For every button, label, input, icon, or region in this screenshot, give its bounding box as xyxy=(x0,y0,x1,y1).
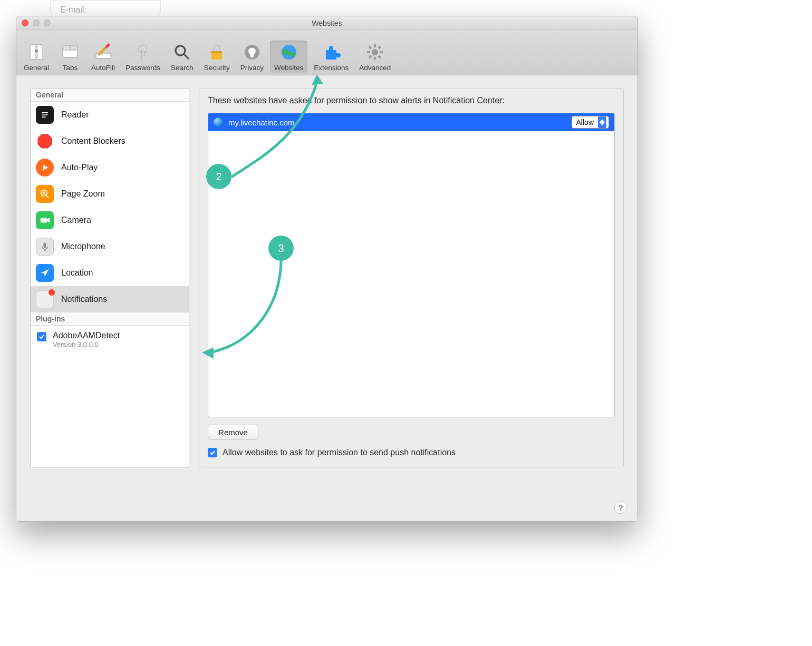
svg-point-20 xyxy=(372,49,378,55)
sidebar-item-content-blockers[interactable]: Content Blockers xyxy=(31,128,189,154)
sidebar-item-label: Page Zoom xyxy=(61,189,105,199)
permission-select[interactable]: Allow xyxy=(572,116,609,129)
notifications-icon xyxy=(36,290,54,308)
general-icon xyxy=(27,43,46,62)
tab-passwords[interactable]: Passwords xyxy=(121,41,165,73)
tab-label: Tabs xyxy=(63,64,78,72)
content-blockers-icon xyxy=(36,132,54,150)
minimize-icon[interactable] xyxy=(33,19,40,26)
svg-marker-32 xyxy=(38,134,52,148)
site-row[interactable]: my.livechatinc.com Allow xyxy=(208,113,614,131)
site-list: my.livechatinc.com Allow xyxy=(208,113,615,417)
tab-general[interactable]: General xyxy=(20,41,53,73)
privacy-icon xyxy=(243,43,262,62)
tab-label: Passwords xyxy=(125,64,160,72)
advanced-icon xyxy=(365,43,384,62)
svg-rect-38 xyxy=(41,218,47,222)
svg-rect-10 xyxy=(142,56,146,58)
extensions-icon xyxy=(322,43,341,62)
svg-line-27 xyxy=(369,56,371,58)
footer-checkbox[interactable] xyxy=(208,448,217,457)
tab-label: AutoFill xyxy=(91,64,115,72)
maximize-icon[interactable] xyxy=(44,19,51,26)
tab-label: General xyxy=(24,64,49,72)
globe-icon xyxy=(214,118,223,127)
tab-websites[interactable]: Websites xyxy=(270,41,307,73)
svg-marker-39 xyxy=(47,218,50,222)
tab-label: Security xyxy=(204,64,230,72)
help-button[interactable]: ? xyxy=(614,501,627,514)
permission-value: Allow xyxy=(576,118,594,126)
tabs-icon: + xyxy=(61,43,80,62)
sidebar-item-label: Reader xyxy=(61,110,89,120)
plugin-version: Version 3.0.0.0 xyxy=(53,340,120,348)
sidebar-item-camera[interactable]: Camera xyxy=(31,207,189,233)
sidebar-item-microphone[interactable]: Microphone xyxy=(31,233,189,260)
tab-label: Search xyxy=(171,64,194,72)
plugin-name: AdobeAAMDetect xyxy=(53,331,120,340)
svg-line-26 xyxy=(379,56,381,58)
tab-search[interactable]: Search xyxy=(167,41,198,73)
plugin-row[interactable]: AdobeAAMDetect Version 3.0.0.0 xyxy=(31,326,189,354)
autofill-icon xyxy=(94,43,113,62)
callout-step-3: 3 xyxy=(268,236,294,261)
sidebar-item-label: Location xyxy=(61,268,93,278)
preferences-window: Websites General + Tabs AutoFill Passwor xyxy=(16,16,638,522)
sidebar-item-label: Camera xyxy=(61,216,91,225)
footer-checkbox-row[interactable]: Allow websites to ask for permission to … xyxy=(208,448,615,457)
plugin-checkbox[interactable] xyxy=(37,332,46,341)
toolbar: General + Tabs AutoFill Passwords Search xyxy=(16,30,637,75)
svg-marker-42 xyxy=(41,269,49,277)
tab-label: Advanced xyxy=(359,64,391,72)
select-stepper-icon xyxy=(598,116,606,128)
tab-label: Websites xyxy=(274,64,303,72)
svg-line-13 xyxy=(184,54,188,58)
main-prompt: These websites have asked for permission… xyxy=(208,96,615,105)
sidebar-item-label: Auto-Play xyxy=(61,163,98,172)
svg-rect-9 xyxy=(141,51,144,60)
window-controls xyxy=(22,19,51,26)
microphone-icon xyxy=(36,238,54,256)
remove-button[interactable]: Remove xyxy=(208,425,258,439)
site-domain: my.livechatinc.com xyxy=(228,118,295,127)
svg-marker-44 xyxy=(600,122,605,125)
sidebar-item-label: Content Blockers xyxy=(61,136,125,146)
camera-icon xyxy=(36,211,54,229)
sidebar-item-notifications[interactable]: Notifications xyxy=(31,286,189,312)
autoplay-icon xyxy=(36,159,54,177)
tab-label: Privacy xyxy=(240,64,264,72)
websites-icon xyxy=(279,43,298,62)
svg-line-28 xyxy=(379,46,381,48)
tab-privacy[interactable]: Privacy xyxy=(236,41,268,73)
security-icon xyxy=(207,43,226,62)
sidebar-section-plugins: Plug-ins xyxy=(31,312,189,326)
sidebar-item-label: Microphone xyxy=(61,242,105,251)
tab-advanced[interactable]: Advanced xyxy=(355,41,395,73)
window-title: Websites xyxy=(312,19,342,27)
svg-rect-11 xyxy=(142,58,145,60)
tab-extensions[interactable]: Extensions xyxy=(310,41,353,73)
passwords-icon xyxy=(133,43,152,62)
sidebar-item-autoplay[interactable]: Auto-Play xyxy=(31,154,189,181)
reader-icon xyxy=(36,106,54,124)
sidebar-item-reader[interactable]: Reader xyxy=(31,102,189,128)
svg-rect-15 xyxy=(211,51,222,53)
sidebar-item-location[interactable]: Location xyxy=(31,260,189,286)
svg-rect-40 xyxy=(44,243,46,248)
svg-line-25 xyxy=(369,46,371,48)
main-panel: These websites have asked for permission… xyxy=(199,88,624,467)
close-icon[interactable] xyxy=(22,19,28,26)
tab-security[interactable]: Security xyxy=(200,41,234,73)
svg-marker-33 xyxy=(43,165,48,171)
svg-text:+: + xyxy=(73,46,75,51)
sidebar-item-label: Notifications xyxy=(61,295,107,304)
titlebar: Websites xyxy=(16,16,637,30)
tab-tabs[interactable]: + Tabs xyxy=(55,41,85,73)
sidebar-section-general: General xyxy=(31,89,189,102)
sidebar-item-page-zoom[interactable]: Page Zoom xyxy=(31,181,189,207)
page-zoom-icon xyxy=(36,185,54,203)
svg-line-35 xyxy=(46,195,49,198)
footer-checkbox-label: Allow websites to ask for permission to … xyxy=(223,448,456,457)
tab-autofill[interactable]: AutoFill xyxy=(87,41,119,73)
svg-rect-18 xyxy=(250,53,254,57)
